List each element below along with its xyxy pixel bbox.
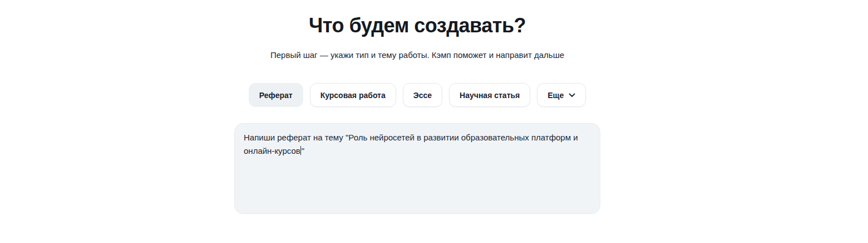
- topic-text-line2: онлайн-курсов": [244, 144, 591, 158]
- topic-text-before-caret: онлайн-курсов: [244, 146, 300, 155]
- more-button-label: Еще: [548, 91, 564, 100]
- topic-text-after-caret: ": [302, 146, 304, 155]
- work-type-chip-esse[interactable]: Эссе: [403, 83, 442, 107]
- work-type-selector: Реферат Курсовая работа Эссе Научная ста…: [249, 83, 586, 107]
- page-subtitle: Первый шаг — укажи тип и тему работы. Кэ…: [270, 50, 564, 61]
- work-type-chip-referat[interactable]: Реферат: [249, 83, 303, 107]
- work-type-more-button[interactable]: Еще: [537, 83, 586, 107]
- work-type-chip-nauchnaya-statya[interactable]: Научная статья: [449, 83, 530, 107]
- topic-textarea[interactable]: Напиши реферат на тему "Роль нейросетей …: [234, 123, 600, 214]
- chevron-down-icon: [569, 93, 575, 98]
- create-work-panel: Что будем создавать? Первый шаг — укажи …: [217, 0, 618, 214]
- work-type-chip-kursovaya[interactable]: Курсовая работа: [310, 83, 396, 107]
- topic-text-line1: Напиши реферат на тему "Роль нейросетей …: [244, 131, 591, 144]
- page-title: Что будем создавать?: [309, 13, 526, 37]
